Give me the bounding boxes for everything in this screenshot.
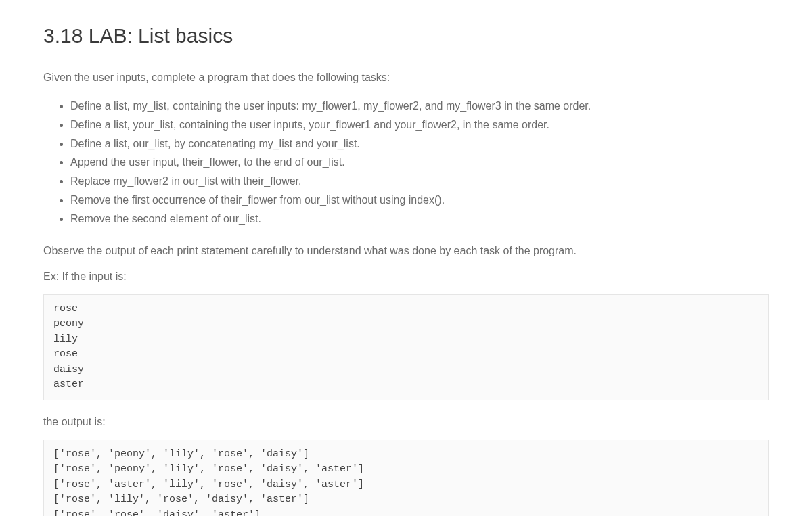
list-item: Define a list, your_list, containing the… [70,117,769,134]
list-item: Append the user input, their_flower, to … [70,154,769,171]
list-item: Remove the first occurrence of their_flo… [70,192,769,209]
output-code-block: ['rose', 'peony', 'lily', 'rose', 'daisy… [43,440,769,516]
output-label: the output is: [43,414,769,430]
page-title: 3.18 LAB: List basics [43,20,769,51]
intro-text: Given the user inputs, complete a progra… [43,70,769,86]
list-item: Define a list, my_list, containing the u… [70,98,769,115]
observe-text: Observe the output of each print stateme… [43,243,769,259]
example-label: Ex: If the input is: [43,268,769,285]
list-item: Define a list, our_list, by concatenatin… [70,136,769,153]
input-code-block: rose peony lily rose daisy aster [43,294,769,400]
task-list: Define a list, my_list, containing the u… [43,98,769,228]
list-item: Remove the second element of our_list. [70,211,769,228]
list-item: Replace my_flower2 in our_list with thei… [70,173,769,190]
